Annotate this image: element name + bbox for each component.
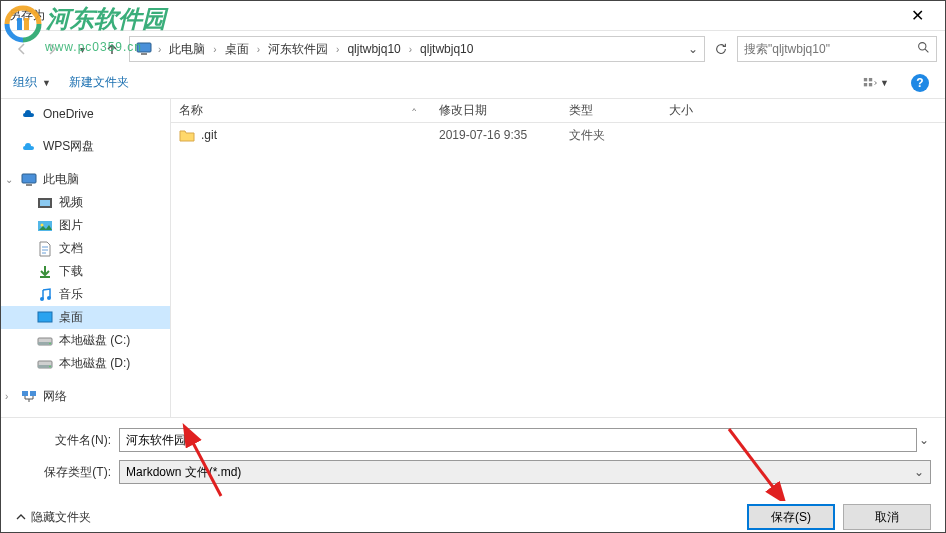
up-button[interactable] [99, 36, 125, 62]
file-row[interactable]: .git2019-07-16 9:35文件夹 [171, 123, 945, 145]
save-panel: 文件名(N): ⌄ 保存类型(T): Markdown 文件(*.md) ⌄ 隐… [1, 417, 945, 533]
breadcrumb[interactable]: qljtwbjq10 [345, 42, 402, 56]
sidebar-item-drive[interactable]: 本地磁盘 (D:) [1, 352, 170, 375]
organize-label: 组织 [13, 74, 37, 91]
filetype-select[interactable]: Markdown 文件(*.md) ⌄ [119, 460, 931, 484]
help-button[interactable]: ? [907, 71, 933, 95]
sidebar-item-label: 图片 [59, 217, 83, 234]
sidebar: OneDriveWPS网盘⌄此电脑视频图片文档下载音乐桌面本地磁盘 (C:)本地… [1, 99, 171, 417]
filename-dropdown[interactable]: ⌄ [917, 433, 931, 447]
chevron-right-icon: › [253, 44, 264, 55]
column-date[interactable]: 修改日期 [431, 102, 561, 119]
sidebar-item-drive[interactable]: 本地磁盘 (C:) [1, 329, 170, 352]
cancel-button[interactable]: 取消 [843, 504, 931, 530]
breadcrumb[interactable]: 此电脑 [167, 41, 207, 58]
search-icon [917, 41, 930, 57]
sidebar-item-document[interactable]: 文档 [1, 237, 170, 260]
chevron-right-icon: › [154, 44, 165, 55]
svg-rect-10 [26, 184, 32, 186]
chevron-right-icon: › [332, 44, 343, 55]
sidebar-item-download[interactable]: 下载 [1, 260, 170, 283]
save-button[interactable]: 保存(S) [747, 504, 835, 530]
sidebar-item-pc[interactable]: ⌄此电脑 [1, 168, 170, 191]
svg-point-24 [49, 365, 51, 367]
download-icon [37, 264, 53, 280]
desktop-icon [37, 310, 53, 326]
folder-icon [179, 128, 195, 142]
wps-icon [21, 139, 37, 155]
drive-icon [37, 333, 53, 349]
svg-rect-5 [864, 77, 867, 80]
organize-menu[interactable]: 组织 ▼ [13, 74, 51, 91]
sidebar-item-onedrive[interactable]: OneDrive [1, 103, 170, 125]
forward-button[interactable] [39, 36, 65, 62]
back-button[interactable] [9, 36, 35, 62]
chevron-right-icon: › [405, 44, 416, 55]
chevron-down-icon: ⌄ [914, 465, 924, 479]
main-area: OneDriveWPS网盘⌄此电脑视频图片文档下载音乐桌面本地磁盘 (C:)本地… [1, 99, 945, 417]
svg-rect-2 [137, 43, 151, 52]
sidebar-item-network[interactable]: ›网络 [1, 385, 170, 408]
address-dropdown[interactable]: ⌄ [688, 42, 698, 56]
file-type-cell: 文件夹 [561, 127, 661, 144]
chevron-down-icon: ▼ [878, 78, 889, 88]
file-name-cell: .git [171, 128, 431, 142]
svg-rect-25 [22, 391, 28, 396]
picture-icon [37, 218, 53, 234]
sidebar-item-label: 此电脑 [43, 171, 79, 188]
sidebar-item-label: 视频 [59, 194, 83, 211]
nav-row: ▾ › 此电脑 › 桌面 › 河东软件园 › qljtwbjq10 › qljt… [1, 31, 945, 67]
search-box[interactable] [737, 36, 937, 62]
sidebar-item-music[interactable]: 音乐 [1, 283, 170, 306]
sidebar-item-label: OneDrive [43, 107, 94, 121]
svg-rect-3 [141, 53, 147, 55]
sidebar-item-label: 下载 [59, 263, 83, 280]
filename-label: 文件名(N): [15, 432, 119, 449]
column-headers: 名称 ^ 修改日期 类型 大小 [171, 99, 945, 123]
svg-point-21 [49, 342, 51, 344]
search-input[interactable] [744, 42, 917, 56]
sidebar-item-desktop[interactable]: 桌面 [1, 306, 170, 329]
music-icon [37, 287, 53, 303]
sidebar-item-video[interactable]: 视频 [1, 191, 170, 214]
breadcrumb[interactable]: 桌面 [223, 41, 251, 58]
breadcrumb[interactable]: 河东软件园 [266, 41, 330, 58]
onedrive-icon [21, 106, 37, 122]
window-title: 另存为 [9, 7, 897, 24]
video-icon [37, 195, 53, 211]
recent-dropdown[interactable]: ▾ [69, 36, 95, 62]
filename-row: 文件名(N): ⌄ [15, 428, 931, 452]
chevron-right-icon: › [209, 44, 220, 55]
refresh-button[interactable] [709, 37, 733, 61]
file-date-cell: 2019-07-16 9:35 [431, 128, 561, 142]
save-label: 保存(S) [771, 509, 811, 526]
sidebar-item-wps[interactable]: WPS网盘 [1, 135, 170, 158]
sidebar-item-label: 桌面 [59, 309, 83, 326]
svg-rect-9 [22, 174, 36, 183]
filetype-label: 保存类型(T): [15, 464, 119, 481]
close-button[interactable]: ✕ [897, 2, 937, 30]
view-options-button[interactable]: ▼ [863, 71, 889, 95]
column-size[interactable]: 大小 [661, 102, 741, 119]
svg-rect-6 [869, 77, 872, 80]
column-type[interactable]: 类型 [561, 102, 661, 119]
hide-folders-button[interactable]: 隐藏文件夹 [15, 509, 91, 526]
column-name-label: 名称 [179, 102, 203, 119]
sort-indicator-icon: ^ [412, 106, 416, 115]
file-list: 名称 ^ 修改日期 类型 大小 .git2019-07-16 9:35文件夹 [171, 99, 945, 417]
network-icon [21, 389, 37, 405]
sidebar-item-label: 音乐 [59, 286, 83, 303]
pc-icon [136, 42, 152, 56]
hide-folders-label: 隐藏文件夹 [31, 509, 91, 526]
sidebar-item-label: 网络 [43, 388, 67, 405]
filename-input[interactable] [119, 428, 917, 452]
svg-rect-26 [30, 391, 36, 396]
toolbar: 组织 ▼ 新建文件夹 ▼ ? [1, 67, 945, 99]
filetype-row: 保存类型(T): Markdown 文件(*.md) ⌄ [15, 460, 931, 484]
address-bar[interactable]: › 此电脑 › 桌面 › 河东软件园 › qljtwbjq10 › qljtwb… [129, 36, 705, 62]
breadcrumb[interactable]: qljtwbjq10 [418, 42, 475, 56]
new-folder-button[interactable]: 新建文件夹 [69, 74, 129, 91]
sidebar-item-picture[interactable]: 图片 [1, 214, 170, 237]
column-name[interactable]: 名称 ^ [171, 102, 431, 119]
svg-rect-7 [864, 83, 867, 86]
